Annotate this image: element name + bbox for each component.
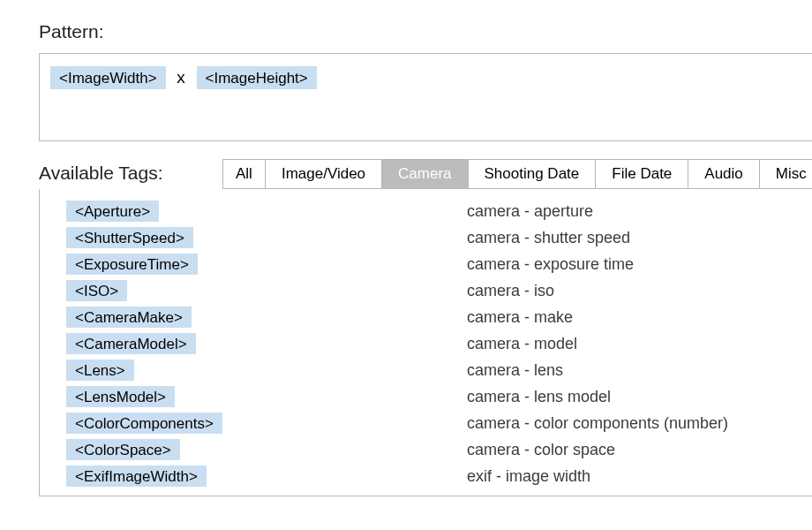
tag-description: camera - lens model — [467, 388, 611, 406]
tab-shooting-date[interactable]: Shooting Date — [469, 160, 597, 188]
tag-description: camera - lens — [467, 361, 563, 380]
tag-chip-lens[interactable]: <Lens> — [66, 360, 134, 381]
tab-all[interactable]: All — [223, 160, 266, 188]
tag-description: exif - image width — [467, 467, 590, 486]
tag-chip-colorspace[interactable]: <ColorSpace> — [66, 439, 180, 460]
pattern-input[interactable]: <ImageWidth> x <ImageHeight> — [39, 53, 812, 141]
available-tags-list[interactable]: <Aperture> camera - aperture <ShutterSpe… — [39, 189, 812, 496]
tag-chip-cameramake[interactable]: <CameraMake> — [66, 307, 192, 328]
tag-chip-iso[interactable]: <ISO> — [66, 280, 127, 301]
pattern-token[interactable]: <ImageWidth> — [50, 66, 166, 89]
tag-description: camera - model — [467, 335, 577, 353]
tab-audio[interactable]: Audio — [688, 160, 759, 188]
tag-row[interactable]: <ColorComponents> camera - color compone… — [40, 410, 812, 436]
tag-description: camera - color space — [467, 441, 615, 459]
tag-chip-shutterspeed[interactable]: <ShutterSpeed> — [66, 227, 193, 248]
pattern-label: Pattern: — [39, 21, 812, 42]
tag-chip-colorcomponents[interactable]: <ColorComponents> — [66, 413, 222, 434]
tag-row[interactable]: <ISO> camera - iso — [40, 277, 812, 304]
tag-chip-exifimagewidth[interactable]: <ExifImageWidth> — [66, 466, 207, 487]
tag-chip-exposuretime[interactable]: <ExposureTime> — [66, 254, 198, 275]
tab-camera[interactable]: Camera — [382, 160, 468, 188]
available-tags-label: Available Tags: — [39, 159, 222, 184]
tag-row[interactable]: <CameraModel> camera - model — [40, 330, 812, 357]
tag-row[interactable]: <CameraMake> camera - make — [40, 304, 812, 330]
tag-chip-lensmodel[interactable]: <LensModel> — [66, 386, 175, 407]
tag-description: camera - iso — [467, 282, 554, 300]
tab-file-date[interactable]: File Date — [596, 160, 688, 188]
tab-misc[interactable]: Misc — [760, 160, 812, 188]
tag-row[interactable]: <ColorSpace> camera - color space — [40, 436, 812, 463]
tag-row[interactable]: <Lens> camera - lens — [40, 357, 812, 383]
tab-image-video[interactable]: Image/Video — [266, 160, 382, 188]
tag-description: camera - exposure time — [467, 255, 634, 274]
tag-description: camera - make — [467, 308, 573, 327]
tag-row[interactable]: <ShutterSpeed> camera - shutter speed — [40, 224, 812, 251]
tag-row[interactable]: <ExposureTime> camera - exposure time — [40, 251, 812, 277]
tag-row[interactable]: <LensModel> camera - lens model — [40, 383, 812, 410]
tag-description: camera - color components (number) — [467, 414, 728, 433]
tag-description: camera - shutter speed — [467, 229, 630, 247]
tag-chip-cameramodel[interactable]: <CameraModel> — [66, 333, 196, 354]
tag-category-tabs: All Image/Video Camera Shooting Date Fil… — [222, 159, 812, 189]
tag-row[interactable]: <Aperture> camera - aperture — [40, 198, 812, 224]
tag-chip-aperture[interactable]: <Aperture> — [66, 201, 159, 222]
tag-row[interactable]: <ExifImageWidth> exif - image width — [40, 463, 812, 489]
pattern-separator: x — [177, 68, 185, 87]
tag-description: camera - aperture — [467, 202, 593, 221]
pattern-token[interactable]: <ImageHeight> — [197, 66, 317, 89]
